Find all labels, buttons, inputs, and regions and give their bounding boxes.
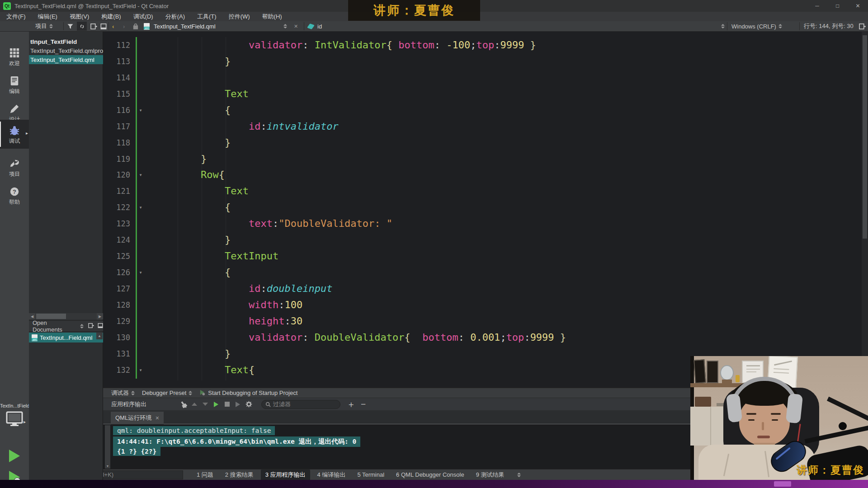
code-line-125[interactable]: 125TextInput	[103, 248, 868, 264]
previous-item-icon[interactable]	[189, 399, 200, 409]
code-line-116[interactable]: 116▾{	[103, 102, 868, 118]
menu-item-2[interactable]: 视图(V)	[70, 13, 89, 21]
project-tree-hscrollbar[interactable]: ◀ ▶	[29, 313, 103, 319]
code-line-126[interactable]: 126▾{	[103, 264, 868, 281]
code-line-121[interactable]: 121Text	[103, 183, 868, 199]
fold-marker-icon[interactable]: ▾	[135, 362, 146, 378]
menu-item-0[interactable]: 文件(F)	[6, 13, 26, 21]
output-pane-button-1[interactable]: 1 问题	[192, 469, 218, 480]
link-with-editor-icon[interactable]	[77, 22, 87, 31]
code-line-114[interactable]: 114	[103, 70, 868, 86]
run-button[interactable]	[9, 450, 20, 462]
kit-monitor-icon[interactable]	[6, 411, 23, 428]
code-line-123[interactable]: 123text:"DoubleValidator: "	[103, 216, 868, 232]
scrollbar-thumb[interactable]	[863, 35, 867, 239]
project-pane-selector[interactable]: 项目	[35, 21, 53, 31]
stop-icon[interactable]	[222, 399, 232, 409]
close-tab-icon[interactable]: ✕	[155, 415, 159, 421]
open-document-item[interactable]: TextInput...Field.qml	[29, 333, 103, 343]
open-file-name[interactable]: TextInput_TextField.qml	[154, 21, 216, 31]
code-line-130[interactable]: 130validator: DoubleValidator{ bottom: 0…	[103, 329, 868, 346]
output-filter-input[interactable]: 过滤器	[261, 400, 340, 409]
code-line-113[interactable]: 113}	[103, 53, 868, 70]
menu-item-5[interactable]: 分析(A)	[165, 13, 185, 21]
navigate-forward-button[interactable]: ›	[123, 21, 125, 31]
open-documents-scroll-up-icon[interactable]: ▲	[96, 333, 103, 339]
code-line-112[interactable]: 112validator: IntValidator{ bottom: -100…	[103, 37, 868, 53]
menu-item-4[interactable]: 调试(D)	[133, 13, 153, 21]
symbol-selector[interactable]: id	[317, 21, 322, 31]
project-tree-item-qml[interactable]: TextInput_TextField.qml	[29, 55, 103, 64]
scrollbar-thumb[interactable]	[36, 314, 66, 319]
output-pane-button-7[interactable]: 9 测试结果	[472, 469, 509, 480]
next-item-icon[interactable]	[200, 399, 211, 409]
project-tree-root[interactable]: tInput_TextField	[29, 37, 103, 46]
close-document-button[interactable]: ✕	[294, 21, 298, 31]
start-debugging-label[interactable]: Start Debugging of Startup Project	[208, 389, 297, 396]
document-dropdown-icon[interactable]	[281, 21, 287, 31]
menu-item-7[interactable]: 控件(W)	[229, 13, 250, 21]
output-pane-button-5[interactable]: 5 Terminal	[353, 470, 389, 479]
start-debugging-icon[interactable]	[199, 389, 205, 397]
clear-output-icon[interactable]	[178, 399, 189, 409]
scroll-left-icon[interactable]: ◀	[29, 313, 35, 319]
output-pane-button-3[interactable]: 3 应用程序输出	[261, 469, 310, 480]
maximize-button[interactable]: □	[827, 0, 848, 12]
split-pane-icon[interactable]	[88, 323, 94, 329]
settings-gear-icon[interactable]	[243, 399, 254, 409]
project-tree-item-qmlproject[interactable]: TextInput_TextField.qmlproject	[29, 46, 103, 55]
encoding-selector[interactable]: Windows (CRLF)	[731, 21, 782, 31]
rerun-debug-icon[interactable]	[232, 399, 243, 409]
debugger-selector[interactable]: 调试器	[111, 389, 129, 397]
pane-updown-icon[interactable]	[517, 473, 521, 477]
mode-debug[interactable]: 调试	[0, 120, 29, 149]
scroll-right-icon[interactable]: ▶	[97, 313, 103, 319]
code-line-122[interactable]: 122▾{	[103, 199, 868, 216]
scroll-down-icon[interactable]: ▼	[105, 463, 110, 469]
minimize-button[interactable]: ─	[807, 0, 827, 12]
open-documents-header[interactable]: Open Documents	[29, 320, 103, 332]
console-vscrollbar[interactable]: ▼	[105, 425, 110, 469]
fold-marker-icon[interactable]: ▾	[135, 167, 146, 183]
editor-vscrollbar[interactable]	[862, 32, 868, 388]
output-pane-button-2[interactable]: 2 搜索结果	[221, 469, 258, 480]
debugger-preset-selector[interactable]: Debugger Preset	[142, 389, 186, 396]
code-line-128[interactable]: 128width:100	[103, 297, 868, 313]
mode-welcome[interactable]: 欢迎	[0, 44, 29, 70]
split-editor-icon[interactable]	[859, 21, 866, 31]
menu-item-1[interactable]: 编辑(E)	[38, 13, 57, 21]
navigate-back-button[interactable]: ‹	[112, 21, 114, 31]
code-line-118[interactable]: 118}	[103, 135, 868, 151]
cursor-position-indicator[interactable]: 行号: 144, 列号: 30	[804, 21, 854, 31]
close-button[interactable]: ✕	[848, 0, 868, 12]
output-pane-button-4[interactable]: 4 编译输出	[313, 469, 350, 480]
minimize-pane-icon[interactable]	[98, 323, 103, 329]
menu-item-8[interactable]: 帮助(H)	[262, 13, 282, 21]
output-pane-button-6[interactable]: 6 QML Debugger Console	[392, 470, 469, 479]
code-line-129[interactable]: 129height:30	[103, 313, 868, 329]
code-line-119[interactable]: 119}	[103, 151, 868, 167]
kit-expand-arrow-icon[interactable]: ▸	[24, 419, 26, 424]
code-line-115[interactable]: 115Text	[103, 86, 868, 102]
fold-marker-icon[interactable]: ▾	[135, 264, 146, 281]
fold-marker-icon[interactable]: ▾	[135, 199, 146, 216]
code-editor[interactable]: 112validator: IntValidator{ bottom: -100…	[103, 32, 868, 388]
symbol-updown-icon[interactable]	[719, 21, 725, 31]
menu-item-6[interactable]: 工具(T)	[197, 13, 217, 21]
mode-projects[interactable]: 项目	[0, 155, 29, 181]
tab-qml-runtime[interactable]: QML运行环境 ✕	[111, 412, 164, 424]
mode-edit[interactable]: 编辑	[0, 72, 29, 99]
minimize-pane-icon[interactable]	[100, 21, 107, 31]
filter-icon[interactable]	[67, 21, 74, 31]
zoom-out-icon[interactable]: −	[361, 399, 366, 409]
code-line-124[interactable]: 124}	[103, 232, 868, 248]
code-line-120[interactable]: 120▾Row{	[103, 167, 868, 183]
code-line-117[interactable]: 117id:intvalidator	[103, 118, 868, 135]
run-output-icon[interactable]	[211, 399, 222, 409]
menu-item-3[interactable]: 构建(B)	[101, 13, 121, 21]
mode-help[interactable]: ? 帮助	[0, 183, 29, 209]
code-line-127[interactable]: 127id:doubleinput	[103, 281, 868, 297]
zoom-in-icon[interactable]: ＋	[347, 399, 355, 410]
split-pane-icon[interactable]	[90, 21, 97, 31]
fold-marker-icon[interactable]: ▾	[135, 102, 146, 118]
